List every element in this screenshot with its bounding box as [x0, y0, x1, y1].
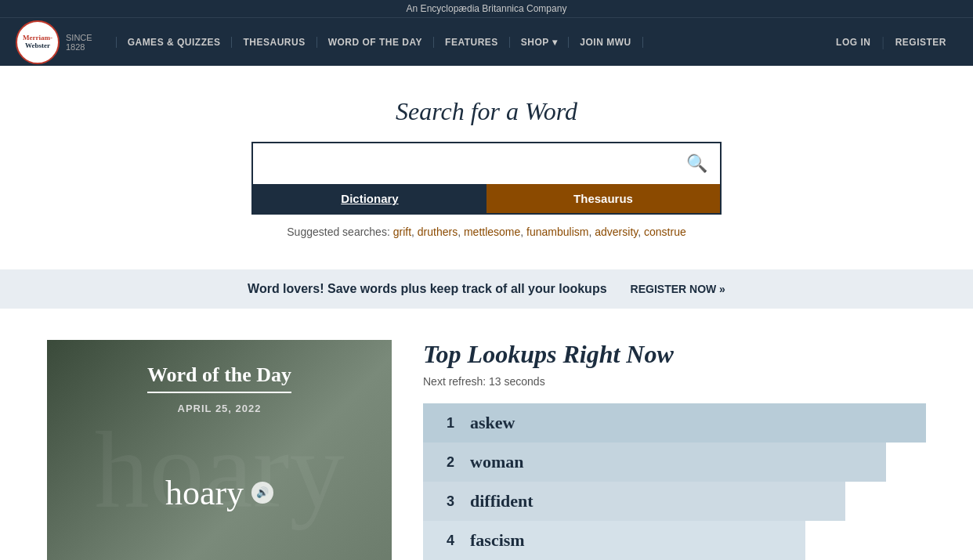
lookup-word-1: askew — [470, 413, 515, 433]
banner-text: Word lovers! Save words plus keep track … — [248, 282, 607, 296]
hero-title: Search for a Word — [16, 97, 957, 126]
wotd-date: APRIL 25, 2022 — [178, 403, 262, 414]
nav-right: LOG IN | REGISTER — [825, 35, 957, 49]
search-icon: 🔍 — [686, 154, 707, 173]
nav-links: GAMES & QUIZZES THESAURUS WORD OF THE DA… — [116, 37, 825, 48]
wotd-word-row: hoary 🔊 — [165, 473, 273, 513]
suggested-searches: Suggested searches: grift, druthers, met… — [16, 226, 957, 238]
top-bar: An Encyclopædia Britannica Company — [0, 0, 973, 17]
nav-shop[interactable]: SHOP ▾ — [510, 37, 570, 48]
nav-games-quizzes[interactable]: GAMES & QUIZZES — [116, 37, 233, 48]
audio-icon: 🔊 — [256, 486, 269, 499]
search-input-row: 🔍 — [253, 143, 720, 184]
logo-since: SINCE 1828 — [66, 33, 92, 52]
chevron-down-icon: ▾ — [552, 37, 558, 48]
lookup-word-3: diffident — [470, 491, 534, 511]
nav-thesaurus[interactable]: THESAURUS — [232, 37, 316, 48]
wotd-card: hoary Word of the Day APRIL 25, 2022 hoa… — [47, 340, 392, 560]
nav: Merriam- Webster SINCE 1828 GAMES & QUIZ… — [0, 17, 973, 66]
wotd-bg-decoration: hoary — [95, 406, 345, 533]
lookup-rank-2: 2 — [436, 454, 454, 471]
suggested-adversity[interactable]: adversity — [595, 226, 638, 238]
tab-thesaurus[interactable]: Thesaurus — [486, 184, 720, 213]
nav-word-of-the-day[interactable]: WORD OF THE DAY — [317, 37, 434, 48]
suggested-grift[interactable]: grift — [393, 226, 411, 238]
logo[interactable]: Merriam- Webster SINCE 1828 — [16, 20, 92, 64]
suggested-construe[interactable]: construe — [644, 226, 686, 238]
wotd-word: hoary — [165, 473, 244, 513]
top-lookups-section: Top Lookups Right Now Next refresh: 13 s… — [423, 340, 926, 560]
login-button[interactable]: LOG IN — [825, 37, 881, 48]
lookup-rank-1: 1 — [436, 415, 454, 432]
nav-join-mwu[interactable]: JOIN MWU — [569, 37, 642, 48]
main-content: hoary Word of the Day APRIL 25, 2022 hoa… — [0, 309, 973, 560]
top-bar-text: An Encyclopædia Britannica Company — [407, 3, 567, 14]
search-button[interactable]: 🔍 — [683, 150, 711, 177]
top-lookups-refresh: Next refresh: 13 seconds — [423, 375, 926, 388]
promo-banner: Word lovers! Save words plus keep track … — [0, 269, 973, 309]
suggested-mettlesome[interactable]: mettlesome — [464, 226, 520, 238]
suggested-funambulism[interactable]: funambulism — [526, 226, 588, 238]
search-box: 🔍 Dictionary Thesaurus — [251, 142, 722, 215]
lookup-item[interactable]: 2 woman — [423, 443, 886, 482]
wotd-audio-button[interactable]: 🔊 — [251, 482, 273, 504]
logo-circle: Merriam- Webster — [16, 20, 60, 64]
wotd-title: Word of the Day — [147, 363, 291, 393]
lookup-item[interactable]: 3 diffident — [423, 482, 845, 521]
suggested-label: Suggested searches: — [287, 226, 390, 238]
register-button[interactable]: REGISTER — [884, 37, 957, 48]
lookup-item[interactable]: 4 fascism — [423, 521, 805, 560]
nav-features[interactable]: FEATURES — [434, 37, 510, 48]
tab-dictionary[interactable]: Dictionary — [253, 184, 486, 213]
lookup-rank-3: 3 — [436, 493, 454, 510]
banner-register-cta[interactable]: REGISTER NOW » — [631, 283, 725, 295]
lookup-rank-4: 4 — [436, 533, 454, 549]
hero-section: Search for a Word 🔍 Dictionary Thesaurus… — [0, 66, 973, 254]
lookup-word-2: woman — [470, 452, 523, 472]
top-lookups-title: Top Lookups Right Now — [423, 340, 926, 369]
search-input[interactable] — [262, 156, 683, 172]
suggested-druthers[interactable]: druthers — [418, 226, 458, 238]
lookup-word-4: fascism — [470, 530, 525, 551]
search-tabs: Dictionary Thesaurus — [253, 184, 720, 213]
lookup-list: 1 askew 2 woman 3 diffident 4 fascism 5 … — [423, 403, 926, 560]
lookup-item[interactable]: 1 askew — [423, 403, 926, 443]
